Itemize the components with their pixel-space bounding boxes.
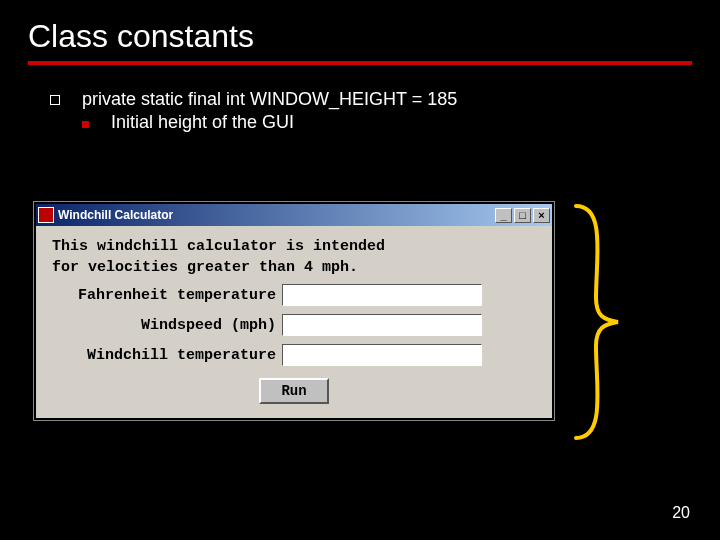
page-number: 20 [672, 504, 690, 522]
sub-bullet-text: Initial height of the GUI [111, 112, 294, 133]
square-bullet-icon [82, 121, 89, 128]
input-temp[interactable] [282, 284, 482, 306]
maximize-button[interactable]: □ [514, 208, 531, 223]
intro-line-1: This windchill calculator is intended [52, 238, 536, 255]
app-icon [38, 207, 54, 223]
app-window: Windchill Calculator _ □ × This windchil… [34, 202, 554, 420]
run-row: Run [52, 378, 536, 404]
window-buttons: _ □ × [495, 208, 550, 223]
window-title-text: Windchill Calculator [58, 208, 495, 222]
bullet-row: private static final int WINDOW_HEIGHT =… [50, 89, 660, 110]
window-body: This windchill calculator is intended fo… [36, 226, 552, 418]
bullet-text: private static final int WINDOW_HEIGHT =… [82, 89, 457, 110]
input-chill[interactable] [282, 344, 482, 366]
label-wind: Windspeed (mph) [52, 317, 282, 334]
hollow-bullet-icon [50, 95, 60, 105]
input-wind[interactable] [282, 314, 482, 336]
sub-bullet-row: Initial height of the GUI [82, 112, 660, 133]
intro-line-2: for velocities greater than 4 mph. [52, 259, 536, 276]
run-button[interactable]: Run [259, 378, 328, 404]
row-chill: Windchill temperature [52, 344, 536, 366]
label-temp: Fahrenheit temperature [52, 287, 282, 304]
slide-title: Class constants [0, 0, 720, 61]
titlebar: Windchill Calculator _ □ × [36, 204, 552, 226]
row-temp: Fahrenheit temperature [52, 284, 536, 306]
row-wind: Windspeed (mph) [52, 314, 536, 336]
brace-icon [556, 198, 636, 446]
minimize-button[interactable]: _ [495, 208, 512, 223]
label-chill: Windchill temperature [52, 347, 282, 364]
window-wrap: Windchill Calculator _ □ × This windchil… [34, 202, 554, 420]
close-button[interactable]: × [533, 208, 550, 223]
content-area: private static final int WINDOW_HEIGHT =… [0, 65, 720, 133]
